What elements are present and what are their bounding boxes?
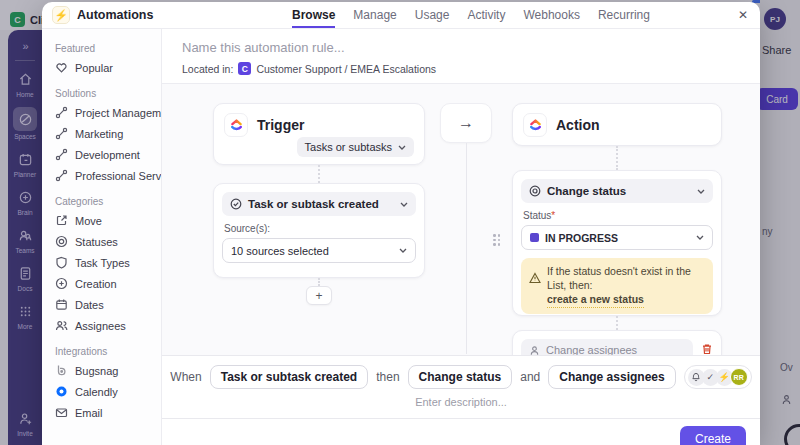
trigger-event-value: Task or subtask created: [248, 198, 379, 210]
summary-action-pill-2[interactable]: Change assignees: [548, 365, 675, 389]
warning-text: If the status doesn't exist in the List,…: [547, 264, 705, 308]
sidebar-item-label: Popular: [75, 62, 113, 74]
tab-webhooks[interactable]: Webhooks: [523, 3, 579, 28]
when-label: When: [170, 370, 201, 384]
summary-trigger-pill[interactable]: Task or subtask created: [210, 365, 369, 389]
warning-icon: [529, 272, 541, 284]
chevron-down-icon: [400, 202, 408, 207]
sidebar-item-assignees[interactable]: Assignees: [55, 315, 157, 336]
trigger-card: Trigger Tasks or subtasks: [213, 103, 425, 165]
sources-value: 10 sources selected: [231, 245, 329, 257]
sidebar-item-creation[interactable]: Creation: [55, 273, 157, 294]
sidebar-item-email[interactable]: Email: [55, 402, 157, 423]
chevron-down-icon: [398, 145, 406, 150]
tab-usage[interactable]: Usage: [415, 3, 450, 28]
located-in-row: Located in: C Customer Support / EMEA Es…: [182, 62, 740, 75]
close-icon[interactable]: ✕: [734, 6, 752, 24]
section-title-integrations: Integrations: [55, 346, 157, 357]
trigger-detail-card: Task or subtask created Source(s): 10 so…: [213, 183, 425, 278]
sidebar-item-label: Dates: [75, 299, 104, 311]
modal-body: Featured Popular Solutions Project Manag…: [42, 29, 760, 445]
chevron-down-icon: [697, 189, 705, 194]
connector-dotted: [616, 146, 618, 170]
sidebar-item-project-management[interactable]: Project Management: [55, 102, 157, 123]
add-condition-button[interactable]: +: [306, 286, 332, 305]
sidebar-item-development[interactable]: Development: [55, 144, 157, 165]
route-icon: [55, 148, 68, 161]
action-type-value: Change status: [547, 185, 626, 197]
and-label: and: [520, 370, 540, 384]
trigger-type-value: Tasks or subtasks: [305, 141, 392, 153]
chevron-down-icon: [696, 235, 704, 240]
sidebar-item-calendly[interactable]: Calendly: [55, 381, 157, 402]
trigger-to-action-arrow: →: [440, 103, 492, 143]
action-card-head: Action: [523, 113, 711, 137]
sidebar-item-label: Creation: [75, 278, 117, 290]
tab-browse[interactable]: Browse: [292, 3, 335, 28]
section-title-solutions: Solutions: [55, 88, 157, 99]
sidebar-item-popular[interactable]: Popular: [55, 57, 157, 78]
sidebar-item-label: Professional Services: [75, 170, 162, 182]
status-dropdown[interactable]: IN PROGRESS: [521, 225, 713, 250]
name-block: Located in: C Customer Support / EMEA Es…: [162, 29, 760, 83]
shield-icon: [55, 256, 68, 269]
sidebar-item-statuses[interactable]: Statuses: [55, 231, 157, 252]
action-card: Action: [512, 103, 722, 146]
summary-extra-actions: ✓ ⚡ RR: [684, 365, 752, 389]
summary-action-pill-1[interactable]: Change status: [408, 365, 513, 389]
automation-name-input[interactable]: [182, 40, 740, 55]
warning-link[interactable]: create a new status: [547, 292, 644, 307]
sidebar-item-label: Calendly: [75, 386, 118, 398]
location-path[interactable]: Customer Support / EMEA Escalations: [256, 63, 436, 75]
connector-dotted: [318, 278, 320, 286]
automation-canvas: Trigger Tasks or subtasks Task or subtas…: [162, 83, 760, 355]
tab-activity[interactable]: Activity: [467, 3, 505, 28]
clickup-logo-icon: [523, 113, 547, 137]
route-icon: [55, 106, 68, 119]
sidebar-item-label: Development: [75, 149, 140, 161]
sidebar-item-bugsnag[interactable]: Bugsnag: [55, 360, 157, 381]
modal-title: Automations: [77, 8, 153, 22]
sidebar-item-professional-services[interactable]: Professional Services: [55, 165, 157, 186]
automation-editor: Located in: C Customer Support / EMEA Es…: [162, 29, 760, 445]
sidebar-item-label: Assignees: [75, 320, 126, 332]
watcher-avatar[interactable]: RR: [730, 368, 748, 386]
sources-label: Source(s):: [224, 223, 414, 234]
modal-footer: Create: [162, 418, 760, 445]
delete-action-icon[interactable]: [701, 341, 713, 355]
action-detail-card: Change status Status* IN PROGRESS: [512, 170, 722, 316]
sidebar-item-label: Bugsnag: [75, 365, 118, 377]
description-input[interactable]: [311, 396, 611, 408]
drag-handle-icon[interactable]: [493, 234, 504, 246]
trigger-type-selector[interactable]: Tasks or subtasks: [297, 137, 414, 157]
sidebar-item-marketing[interactable]: Marketing: [55, 123, 157, 144]
sources-dropdown[interactable]: 10 sources selected: [222, 238, 416, 263]
sidebar-item-task-types[interactable]: Task Types: [55, 252, 157, 273]
connector-dotted: [616, 316, 618, 330]
sidebar-item-move[interactable]: Move: [55, 210, 157, 231]
summary-row: When Task or subtask created then Change…: [170, 365, 751, 389]
sidebar-item-dates[interactable]: Dates: [55, 294, 157, 315]
tab-recurring[interactable]: Recurring: [598, 3, 650, 28]
action-type-selector[interactable]: Change status: [521, 179, 713, 203]
trigger-card-head: Trigger: [224, 113, 414, 137]
status-warning: If the status doesn't exist in the List,…: [521, 258, 713, 314]
next-action-selector[interactable]: Change assignees: [521, 339, 693, 355]
route-icon: [55, 127, 68, 140]
automation-summary-bar: When Task or subtask created then Change…: [162, 355, 760, 418]
target-icon: [55, 235, 68, 248]
space-badge: C: [238, 62, 251, 75]
connector-dotted: [318, 165, 320, 183]
assignee-icon: [529, 345, 540, 356]
trigger-event-selector[interactable]: Task or subtask created: [222, 192, 416, 216]
trigger-card-title: Trigger: [257, 117, 304, 133]
sidebar-item-label: Task Types: [75, 257, 130, 269]
located-in-label: Located in:: [182, 63, 233, 75]
tab-manage[interactable]: Manage: [353, 3, 396, 28]
section-title-featured: Featured: [55, 43, 157, 54]
screen: C Clic » Home Spaces Planner: [0, 0, 800, 445]
sidebar-item-label: Email: [75, 407, 103, 419]
create-button[interactable]: Create: [680, 426, 746, 445]
status-label-text: Status: [523, 210, 551, 221]
warning-line1: If the status doesn't exist in the List,…: [547, 265, 691, 291]
